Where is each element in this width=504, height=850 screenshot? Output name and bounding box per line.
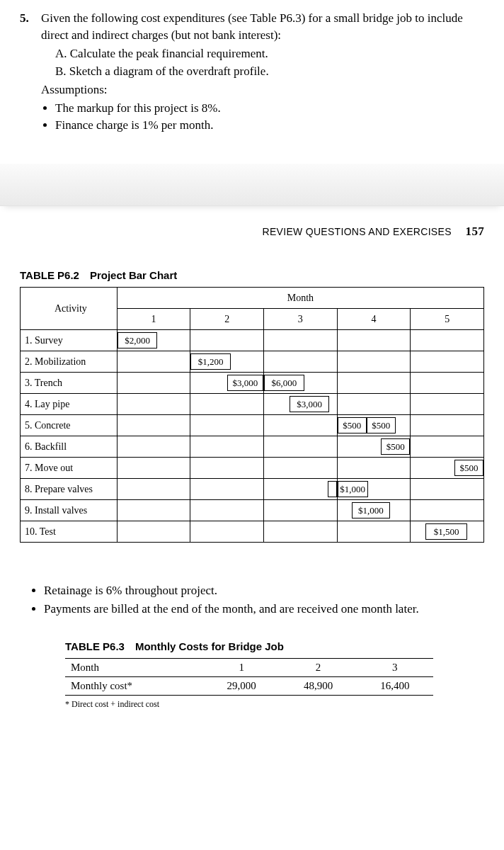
gantt-cell — [117, 351, 190, 373]
gantt-bar: $2,000 — [118, 332, 157, 348]
gantt-cell — [411, 500, 484, 521]
problem-intro: Given the following cost expenditures (s… — [41, 10, 484, 44]
note-item: Retainage is 6% throughout project. — [44, 582, 484, 599]
gantt-cell — [117, 479, 190, 500]
t63-month: 1 — [203, 658, 280, 676]
gantt-bar: $3,000 — [227, 375, 263, 391]
gantt-cell — [264, 479, 338, 500]
gantt-cell — [411, 479, 484, 500]
month-column-header: 4 — [337, 309, 411, 330]
activity-label: 6. Backfill — [21, 436, 118, 458]
gantt-cell — [117, 458, 190, 479]
activity-label: 8. Prepare valves — [21, 479, 118, 500]
assumptions-list: The markup for this project is 8%. Finan… — [41, 100, 484, 134]
t63-row-label: Month — [65, 658, 203, 676]
gantt-bar: $500 — [381, 438, 410, 455]
gantt-cell — [411, 330, 484, 351]
month-header: Month — [117, 288, 483, 309]
t63-row-label: Monthly cost* — [65, 676, 203, 695]
activity-label: 4. Lay pipe — [21, 394, 118, 415]
gantt-cell — [337, 351, 411, 373]
gantt-cell — [190, 479, 264, 500]
t63-month: 2 — [280, 658, 356, 676]
activity-header: Activity — [21, 288, 118, 330]
gantt-bar: $500 — [367, 417, 396, 434]
project-bar-chart: Activity Month 12345 1. Survey$2,0002. M… — [20, 287, 484, 543]
gantt-bar: $500 — [454, 460, 483, 476]
notes-block: Retainage is 6% throughout project. Paym… — [20, 582, 484, 618]
month-column-header: 1 — [117, 309, 190, 330]
activity-label: 3. Trench — [21, 373, 118, 394]
running-head-text: REVIEW QUESTIONS AND EXERCISES — [263, 226, 452, 237]
gantt-cell — [117, 436, 190, 458]
running-head: REVIEW QUESTIONS AND EXERCISES 157 — [20, 223, 484, 240]
gantt-cell — [264, 521, 338, 543]
activity-label: 1. Survey — [21, 330, 118, 351]
gantt-cell: $6,000 — [264, 373, 338, 394]
table-p63-title: TABLE P6.3 Monthly Costs for Bridge Job — [65, 639, 433, 654]
gantt-cell — [337, 330, 411, 351]
activity-label: 10. Test — [21, 521, 118, 543]
gantt-cell — [411, 415, 484, 436]
gantt-cell — [411, 436, 484, 458]
activity-label: 7. Move out — [21, 458, 118, 479]
gantt-cell — [411, 373, 484, 394]
t63-cost: 48,900 — [280, 676, 356, 695]
gantt-cell — [190, 436, 264, 458]
gantt-cell: $500 — [337, 436, 411, 458]
t63-footnote: * Direct cost + indirect cost — [65, 698, 433, 710]
gantt-cell — [190, 521, 264, 543]
assumptions-label: Assumptions: — [41, 81, 484, 98]
gantt-cell — [117, 394, 190, 415]
gantt-cell — [337, 373, 411, 394]
activity-label: 5. Concrete — [21, 415, 118, 436]
gantt-cell — [190, 458, 264, 479]
gantt-bar: $500 — [338, 417, 367, 434]
gantt-cell: $1,000 — [337, 479, 411, 500]
gantt-bar — [328, 481, 336, 497]
note-item: Payments are billed at the end of the mo… — [44, 601, 484, 618]
gantt-cell: $1,500 — [411, 521, 484, 543]
t63-month: 3 — [357, 658, 433, 676]
gantt-cell — [190, 394, 264, 415]
gantt-cell — [264, 351, 338, 373]
gantt-cell — [264, 330, 338, 351]
gantt-cell — [337, 458, 411, 479]
gantt-cell — [117, 415, 190, 436]
gantt-cell — [264, 500, 338, 521]
gantt-cell: $3,000 — [264, 394, 338, 415]
gantt-cell — [264, 458, 338, 479]
gantt-cell — [190, 500, 264, 521]
gantt-cell — [117, 521, 190, 543]
problem-number: 5. — [20, 10, 41, 134]
month-column-header: 2 — [190, 309, 264, 330]
gantt-cell: $1,000 — [337, 500, 411, 521]
gantt-cell: $3,000 — [190, 373, 264, 394]
gantt-bar: $1,000 — [352, 502, 389, 518]
gantt-bar: $1,500 — [425, 523, 468, 540]
problem-part-b: B. Sketch a diagram of the overdraft pro… — [41, 63, 484, 80]
monthly-costs-table: Month 1 2 3 Monthly cost* 29,000 48,900 … — [65, 658, 433, 696]
gantt-cell: $1,200 — [190, 351, 264, 373]
page-number: 157 — [466, 225, 484, 238]
gantt-cell — [337, 521, 411, 543]
gantt-bar: $1,000 — [338, 481, 368, 497]
assumption-item: The markup for this project is 8%. — [55, 100, 484, 117]
gantt-cell — [117, 373, 190, 394]
gantt-cell: $500$500 — [337, 415, 411, 436]
month-column-header: 3 — [264, 309, 338, 330]
activity-label: 2. Mobilization — [21, 351, 118, 373]
gantt-cell — [411, 394, 484, 415]
gantt-cell — [190, 330, 264, 351]
gantt-cell — [264, 436, 338, 458]
gantt-bar: $6,000 — [264, 375, 304, 391]
table-p62-title: TABLE P6.2 Project Bar Chart — [20, 268, 484, 283]
gantt-cell — [190, 415, 264, 436]
gantt-cell: $500 — [411, 458, 484, 479]
t63-cost: 16,400 — [357, 676, 433, 695]
t63-cost: 29,000 — [203, 676, 280, 695]
month-column-header: 5 — [411, 309, 484, 330]
gantt-cell — [337, 394, 411, 415]
assumption-item: Finance charge is 1% per month. — [55, 117, 484, 134]
activity-label: 9. Install valves — [21, 500, 118, 521]
